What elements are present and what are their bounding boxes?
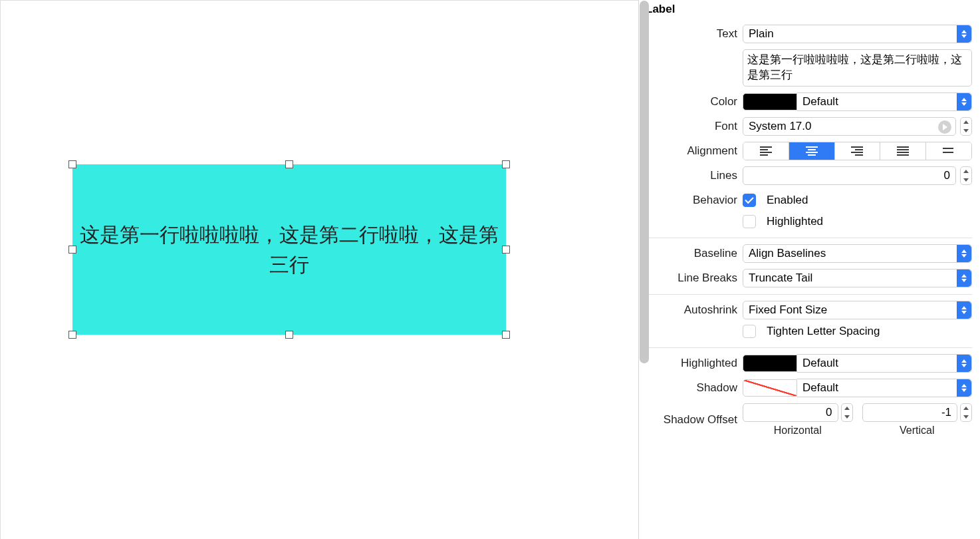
tighten-letter-spacing-label: Tighten Letter Spacing	[767, 325, 880, 338]
highlighted-state-checkbox[interactable]	[743, 215, 756, 228]
canvas[interactable]: 这是第一行啦啦啦啦，这是第二行啦啦，这是第三行	[0, 0, 638, 539]
autoshrink-label: Autoshrink	[644, 303, 743, 317]
popup-arrows-icon	[957, 93, 971, 110]
scrollbar-thumb[interactable]	[640, 1, 649, 363]
resize-handle-bottom-left[interactable]	[68, 331, 76, 339]
popup-arrows-icon	[957, 301, 971, 319]
highlighted-color-swatch[interactable]	[743, 355, 797, 372]
section-title: Label	[644, 0, 972, 19]
resize-handle-middle-right[interactable]	[502, 246, 510, 254]
alignment-label: Alignment	[644, 144, 743, 158]
popup-arrows-icon	[957, 25, 971, 43]
text-label: Text	[644, 27, 743, 41]
text-style-value: Plain	[749, 27, 774, 41]
divider	[644, 238, 972, 238]
resize-handle-top-right[interactable]	[502, 160, 510, 168]
lines-field[interactable]: 0	[743, 166, 956, 185]
baseline-popup[interactable]: Align Baselines	[743, 244, 972, 263]
align-left-icon[interactable]	[743, 142, 789, 160]
shadow-offset-vertical-sublabel: Vertical	[900, 425, 934, 437]
alignment-segmented[interactable]	[743, 142, 972, 160]
resize-handle-bottom-right[interactable]	[502, 331, 510, 339]
shadow-offset-horizontal-field[interactable]: 0	[743, 403, 838, 422]
behavior-label: Behavior	[644, 194, 743, 207]
text-style-popup[interactable]: Plain	[743, 25, 972, 43]
popup-arrows-icon	[957, 379, 971, 397]
font-value: System 17.0	[749, 120, 812, 133]
resize-handle-top-left[interactable]	[68, 160, 76, 168]
shadow-offset-horizontal-sublabel: Horizontal	[774, 425, 822, 437]
highlighted-color-popup[interactable]: Default	[797, 354, 972, 373]
shadow-color-swatch[interactable]	[743, 379, 797, 397]
selected-uilabel[interactable]: 这是第一行啦啦啦啦，这是第二行啦啦，这是第三行	[72, 164, 506, 335]
align-natural-icon[interactable]	[926, 142, 971, 160]
popup-arrows-icon	[957, 245, 971, 262]
shadow-color-popup[interactable]: Default	[797, 379, 972, 397]
divider	[644, 294, 972, 295]
resize-handle-middle-left[interactable]	[68, 246, 76, 254]
align-right-icon[interactable]	[835, 142, 881, 160]
text-color-value: Default	[802, 95, 838, 108]
tighten-letter-spacing-checkbox[interactable]	[743, 325, 756, 338]
resize-handle-bottom-center[interactable]	[285, 331, 293, 339]
divider	[644, 347, 972, 348]
text-color-swatch[interactable]	[743, 93, 797, 110]
highlighted-color-label: Highlighted	[644, 357, 743, 370]
shadow-offset-vertical-stepper[interactable]	[960, 403, 972, 422]
font-picker-icon[interactable]	[938, 120, 951, 134]
popup-arrows-icon	[957, 355, 971, 372]
attributes-inspector: Label Text Plain 这是第一行啦啦啦啦，这是第二行啦啦，这是第三行…	[638, 0, 980, 539]
lines-stepper[interactable]	[960, 166, 972, 185]
popup-arrows-icon	[957, 270, 971, 287]
shadow-label: Shadow	[644, 381, 743, 395]
autoshrink-popup[interactable]: Fixed Font Size	[743, 301, 972, 319]
resize-handle-top-center[interactable]	[285, 160, 293, 168]
baseline-label: Baseline	[644, 247, 743, 260]
shadow-offset-vertical-field[interactable]: -1	[862, 403, 958, 422]
align-center-icon[interactable]	[789, 142, 835, 160]
text-content-field[interactable]: 这是第一行啦啦啦啦，这是第二行啦啦，这是第三行	[743, 49, 972, 87]
line-breaks-popup[interactable]: Truncate Tail	[743, 269, 972, 287]
font-size-stepper[interactable]	[960, 117, 972, 136]
align-justify-icon[interactable]	[880, 142, 926, 160]
highlighted-state-label: Highlighted	[767, 215, 823, 228]
font-field[interactable]: System 17.0	[743, 117, 956, 136]
shadow-offset-horizontal-stepper[interactable]	[841, 403, 853, 422]
line-breaks-label: Line Breaks	[644, 271, 743, 285]
shadow-offset-label: Shadow Offset	[644, 413, 743, 427]
lines-label: Lines	[644, 169, 743, 182]
color-label: Color	[644, 95, 743, 108]
enabled-label: Enabled	[767, 194, 808, 207]
enabled-checkbox[interactable]	[743, 194, 756, 207]
text-color-popup[interactable]: Default	[797, 92, 972, 111]
font-label: Font	[644, 120, 743, 133]
label-text: 这是第一行啦啦啦啦，这是第二行啦啦，这是第三行	[72, 220, 506, 279]
